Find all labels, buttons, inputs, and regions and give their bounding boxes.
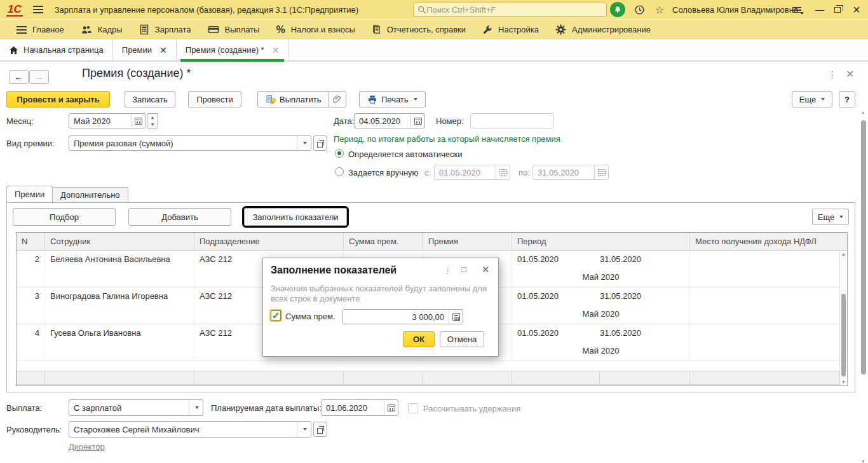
history-icon[interactable]	[632, 2, 647, 17]
form-scrollbar[interactable]: ▲ ▼	[860, 118, 867, 455]
scroll-up-icon[interactable]: ▲	[841, 252, 846, 256]
number-label: Номер:	[436, 116, 464, 126]
sum-checkbox-label[interactable]: Сумма прем.	[285, 312, 336, 321]
favorites-star-icon[interactable]: ☆	[652, 2, 667, 17]
open-reference-icon[interactable]	[313, 135, 327, 151]
radio-period-auto-label[interactable]: Определяется автоматически	[348, 149, 463, 159]
col-period[interactable]: Период	[512, 233, 690, 250]
month-stepper[interactable]: ▲▼	[147, 113, 158, 128]
scroll-down-icon[interactable]: ▼	[841, 380, 846, 384]
form-close-icon[interactable]: ✕	[846, 68, 854, 80]
post-and-close-button[interactable]: Провести и закрыть	[6, 91, 110, 107]
calendar-icon[interactable]	[131, 114, 145, 128]
number-field[interactable]	[470, 113, 554, 128]
calculator-icon[interactable]	[449, 310, 463, 324]
pick-button[interactable]: Подбор	[13, 208, 116, 226]
col-ndfl-place[interactable]: Место получения дохода НДФЛ	[690, 233, 847, 250]
dialog-maximize-icon[interactable]: □	[461, 265, 466, 274]
date-field[interactable]: 04.05.2020	[354, 113, 425, 128]
print-button[interactable]: Печать	[359, 91, 426, 107]
dialog-kebab-icon[interactable]: ⋮	[444, 266, 452, 275]
table-more-button[interactable]: Еще	[812, 209, 849, 225]
forward-button[interactable]: →	[29, 70, 49, 84]
menu-item-administration[interactable]: Администрирование	[555, 24, 651, 35]
step-up-icon[interactable]: ▲	[147, 114, 158, 121]
chevron-down-icon[interactable]	[189, 400, 203, 415]
back-button[interactable]: ←	[9, 70, 29, 84]
close-icon[interactable]: ✕	[272, 45, 280, 55]
tab-dopolnitelno-page[interactable]: Дополнительно	[52, 187, 128, 202]
col-sum[interactable]: Сумма прем.	[344, 233, 423, 250]
scroll-down-icon[interactable]: ▼	[861, 459, 865, 463]
tab-home[interactable]: Начальная страница	[0, 39, 113, 60]
premium-kind-field[interactable]: Премия разовая (суммой)	[69, 135, 311, 151]
month-field[interactable]: Май 2020	[69, 113, 146, 128]
amount-field[interactable]: 3 000,00	[342, 309, 463, 324]
post-button[interactable]: Провести	[188, 91, 241, 107]
radio-period-auto[interactable]	[335, 149, 344, 158]
col-employee[interactable]: Сотрудник	[45, 233, 194, 250]
pay-button[interactable]: Выплатить	[257, 91, 330, 107]
col-department[interactable]: Подразделение	[194, 233, 344, 250]
minimize-button[interactable]: —	[812, 2, 827, 17]
tab-premii[interactable]: Премии ✕	[113, 39, 177, 60]
tab-premii-page[interactable]: Премии	[6, 186, 53, 202]
menu-item-salary[interactable]: Зарплата	[139, 24, 191, 35]
sum-checkbox[interactable]	[271, 310, 281, 321]
payout-select[interactable]: С зарплатой	[69, 399, 203, 416]
ndfl-cell	[690, 324, 847, 361]
add-button[interactable]: Добавить	[128, 208, 231, 226]
chevron-down-icon[interactable]	[297, 422, 311, 437]
planned-date-field[interactable]: 01.06.2020	[321, 399, 398, 416]
close-icon[interactable]: ✕	[159, 45, 167, 55]
radio-period-manual-label[interactable]: Задается вручную	[348, 168, 418, 177]
global-search[interactable]	[413, 3, 607, 17]
save-button[interactable]: Записать	[125, 91, 175, 107]
ok-button[interactable]: ОК	[403, 331, 435, 347]
planned-date-label: Планируемая дата выплаты:	[211, 403, 322, 413]
chevron-down-icon[interactable]	[297, 136, 311, 150]
scrollbar-thumb[interactable]	[861, 120, 866, 375]
radio-period-manual[interactable]	[335, 167, 344, 176]
main-menu-icon[interactable]	[33, 6, 43, 13]
cancel-button[interactable]: Отмена	[440, 331, 484, 347]
table-scrollbar[interactable]: ▲ ▼	[839, 251, 847, 385]
current-user[interactable]: Соловьева Юлия Владимировна	[672, 5, 798, 15]
menu-item-reports[interactable]: Отчетность, справки	[372, 24, 466, 35]
calendar-icon[interactable]	[384, 400, 398, 415]
step-down-icon[interactable]: ▼	[147, 121, 158, 128]
col-premium[interactable]: Премия	[423, 233, 512, 250]
menu-item-payments[interactable]: Выплаты	[208, 25, 260, 34]
restore-button[interactable]	[830, 2, 845, 17]
attachments-paperclip-icon[interactable]	[329, 91, 346, 107]
form-menu-kebab-icon[interactable]: ⋮	[828, 69, 837, 79]
period-cell: 01.05.2020 31.05.2020 Май 2020	[512, 251, 690, 287]
col-n[interactable]: N	[17, 233, 45, 250]
menu-item-staff[interactable]: Кадры	[81, 25, 123, 35]
tab-premiya-create[interactable]: Премия (создание) * ✕	[177, 39, 289, 60]
chevron-down-icon	[839, 216, 843, 218]
search-input[interactable]	[426, 5, 602, 15]
close-window-button[interactable]: ✕	[849, 2, 864, 17]
menu-item-settings[interactable]: Настройка	[482, 25, 539, 35]
manager-position-link[interactable]: Директор	[69, 442, 105, 452]
table-footer-row	[17, 371, 839, 385]
manager-field[interactable]: Старокожев Сергей Михайлович	[69, 421, 311, 438]
calendar-icon[interactable]	[410, 114, 424, 128]
title-bar: 1С Зарплата и управление персоналом (баз…	[0, 0, 868, 19]
withholdings-checkbox	[408, 403, 418, 413]
fill-indicators-dialog: Заполнение показателей ⋮ □ ✕ Значения вы…	[262, 258, 499, 357]
customize-panel-icon[interactable]	[789, 2, 804, 17]
scroll-up-icon[interactable]: ▲	[861, 110, 865, 114]
period-to-label: по:	[519, 168, 530, 177]
fill-indicators-button[interactable]: Заполнить показатели	[244, 208, 347, 226]
gear-icon	[555, 24, 566, 35]
help-button[interactable]: ?	[839, 91, 855, 107]
notifications-bell-icon[interactable]	[610, 2, 625, 17]
open-reference-icon[interactable]	[313, 422, 327, 437]
menu-item-taxes[interactable]: % Налоги и взносы	[276, 24, 355, 36]
menu-item-main[interactable]: Главное	[17, 25, 64, 34]
scrollbar-thumb[interactable]	[841, 294, 846, 377]
form-more-button[interactable]: Еще	[792, 91, 832, 107]
dialog-close-icon[interactable]: ✕	[482, 264, 490, 275]
